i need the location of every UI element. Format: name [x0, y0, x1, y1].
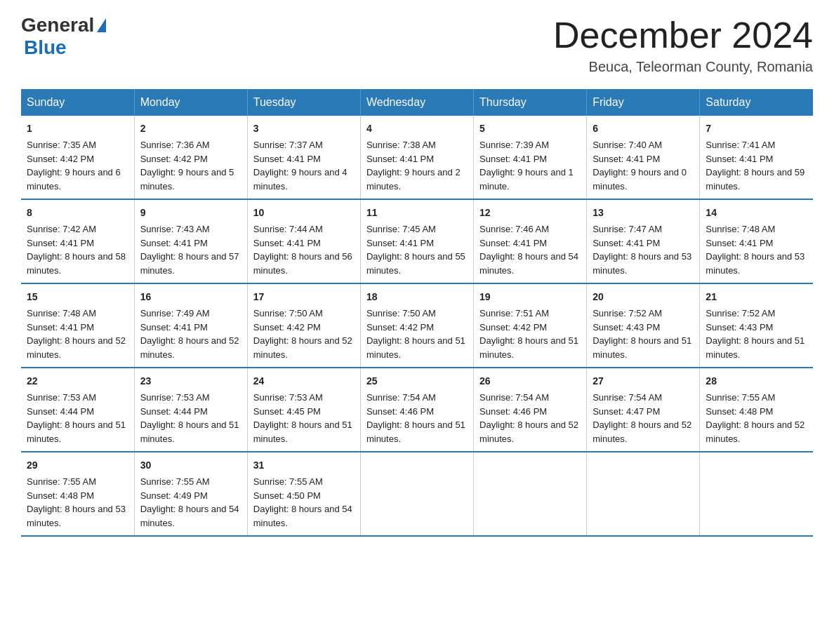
- day-info: Sunrise: 7:54 AMSunset: 4:46 PMDaylight:…: [479, 392, 578, 444]
- table-row: 29 Sunrise: 7:55 AMSunset: 4:48 PMDaylig…: [21, 452, 134, 536]
- day-info: Sunrise: 7:55 AMSunset: 4:48 PMDaylight:…: [27, 476, 126, 528]
- day-info: Sunrise: 7:46 AMSunset: 4:41 PMDaylight:…: [479, 224, 578, 276]
- day-number: 27: [593, 374, 694, 389]
- day-number: 16: [140, 290, 241, 304]
- day-number: 21: [706, 290, 807, 304]
- logo-blue-text: Blue: [24, 36, 67, 58]
- day-info: Sunrise: 7:50 AMSunset: 4:42 PMDaylight:…: [253, 308, 352, 360]
- title-block: December 2024 Beuca, Teleorman County, R…: [553, 14, 813, 75]
- day-number: 12: [479, 206, 581, 220]
- table-row: 10 Sunrise: 7:44 AMSunset: 4:41 PMDaylig…: [247, 199, 360, 283]
- header-friday: Friday: [587, 89, 700, 116]
- day-number: 28: [706, 374, 807, 389]
- table-row: 15 Sunrise: 7:48 AMSunset: 4:41 PMDaylig…: [21, 283, 134, 368]
- calendar-week-row: 8 Sunrise: 7:42 AMSunset: 4:41 PMDayligh…: [21, 199, 813, 283]
- table-row: 8 Sunrise: 7:42 AMSunset: 4:41 PMDayligh…: [21, 199, 134, 283]
- table-row: 31 Sunrise: 7:55 AMSunset: 4:50 PMDaylig…: [247, 452, 360, 536]
- table-row: 14 Sunrise: 7:48 AMSunset: 4:41 PMDaylig…: [700, 199, 813, 283]
- day-info: Sunrise: 7:47 AMSunset: 4:41 PMDaylight:…: [593, 224, 691, 276]
- day-info: Sunrise: 7:40 AMSunset: 4:41 PMDaylight:…: [593, 140, 687, 192]
- day-info: Sunrise: 7:41 AMSunset: 4:41 PMDaylight:…: [706, 140, 805, 192]
- month-title: December 2024: [553, 14, 813, 56]
- day-info: Sunrise: 7:54 AMSunset: 4:46 PMDaylight:…: [366, 392, 465, 444]
- table-row: 6 Sunrise: 7:40 AMSunset: 4:41 PMDayligh…: [587, 116, 700, 199]
- day-info: Sunrise: 7:48 AMSunset: 4:41 PMDaylight:…: [27, 308, 126, 360]
- logo-general-text: General: [21, 14, 94, 36]
- day-number: 7: [706, 121, 807, 136]
- table-row: 11 Sunrise: 7:45 AMSunset: 4:41 PMDaylig…: [360, 199, 473, 283]
- day-info: Sunrise: 7:43 AMSunset: 4:41 PMDaylight:…: [140, 224, 239, 276]
- header-sunday: Sunday: [21, 89, 134, 116]
- day-number: 1: [27, 121, 128, 136]
- table-row: 25 Sunrise: 7:54 AMSunset: 4:46 PMDaylig…: [360, 368, 473, 452]
- day-number: 2: [140, 121, 241, 136]
- table-row: 16 Sunrise: 7:49 AMSunset: 4:41 PMDaylig…: [134, 283, 247, 368]
- day-info: Sunrise: 7:37 AMSunset: 4:41 PMDaylight:…: [253, 140, 348, 192]
- table-row: [474, 452, 587, 536]
- day-info: Sunrise: 7:42 AMSunset: 4:41 PMDaylight:…: [27, 224, 126, 276]
- table-row: 19 Sunrise: 7:51 AMSunset: 4:42 PMDaylig…: [474, 283, 587, 368]
- day-number: 8: [27, 206, 128, 220]
- day-info: Sunrise: 7:39 AMSunset: 4:41 PMDaylight:…: [479, 140, 574, 192]
- day-number: 23: [140, 374, 241, 389]
- table-row: 2 Sunrise: 7:36 AMSunset: 4:42 PMDayligh…: [134, 116, 247, 199]
- logo-triangle-icon: [97, 18, 106, 32]
- day-number: 19: [479, 290, 581, 304]
- day-number: 18: [366, 290, 468, 304]
- day-info: Sunrise: 7:45 AMSunset: 4:41 PMDaylight:…: [366, 224, 465, 276]
- day-info: Sunrise: 7:35 AMSunset: 4:42 PMDaylight:…: [27, 140, 121, 192]
- day-number: 26: [479, 374, 581, 389]
- header-row: Sunday Monday Tuesday Wednesday Thursday…: [21, 89, 813, 116]
- table-row: 13 Sunrise: 7:47 AMSunset: 4:41 PMDaylig…: [587, 199, 700, 283]
- calendar-week-row: 15 Sunrise: 7:48 AMSunset: 4:41 PMDaylig…: [21, 283, 813, 368]
- day-info: Sunrise: 7:48 AMSunset: 4:41 PMDaylight:…: [706, 224, 805, 276]
- header-saturday: Saturday: [700, 89, 813, 116]
- table-row: [587, 452, 700, 536]
- logo: General Blue: [21, 14, 107, 59]
- day-number: 15: [27, 290, 128, 304]
- day-number: 31: [253, 458, 355, 473]
- table-row: 1 Sunrise: 7:35 AMSunset: 4:42 PMDayligh…: [21, 116, 134, 199]
- calendar-week-row: 22 Sunrise: 7:53 AMSunset: 4:44 PMDaylig…: [21, 368, 813, 452]
- location-title: Beuca, Teleorman County, Romania: [553, 59, 813, 75]
- day-info: Sunrise: 7:52 AMSunset: 4:43 PMDaylight:…: [706, 308, 805, 360]
- table-row: 30 Sunrise: 7:55 AMSunset: 4:49 PMDaylig…: [134, 452, 247, 536]
- table-row: 22 Sunrise: 7:53 AMSunset: 4:44 PMDaylig…: [21, 368, 134, 452]
- day-number: 25: [366, 374, 468, 389]
- day-info: Sunrise: 7:55 AMSunset: 4:48 PMDaylight:…: [706, 392, 805, 444]
- day-number: 10: [253, 206, 355, 220]
- day-number: 6: [593, 121, 694, 136]
- table-row: 3 Sunrise: 7:37 AMSunset: 4:41 PMDayligh…: [247, 116, 360, 199]
- day-info: Sunrise: 7:36 AMSunset: 4:42 PMDaylight:…: [140, 140, 234, 192]
- day-number: 22: [27, 374, 128, 389]
- day-info: Sunrise: 7:51 AMSunset: 4:42 PMDaylight:…: [479, 308, 578, 360]
- table-row: 4 Sunrise: 7:38 AMSunset: 4:41 PMDayligh…: [360, 116, 473, 199]
- table-row: 20 Sunrise: 7:52 AMSunset: 4:43 PMDaylig…: [587, 283, 700, 368]
- table-row: 24 Sunrise: 7:53 AMSunset: 4:45 PMDaylig…: [247, 368, 360, 452]
- table-row: 17 Sunrise: 7:50 AMSunset: 4:42 PMDaylig…: [247, 283, 360, 368]
- day-info: Sunrise: 7:53 AMSunset: 4:44 PMDaylight:…: [27, 392, 126, 444]
- header-tuesday: Tuesday: [247, 89, 360, 116]
- table-row: 7 Sunrise: 7:41 AMSunset: 4:41 PMDayligh…: [700, 116, 813, 199]
- day-number: 3: [253, 121, 355, 136]
- header-thursday: Thursday: [474, 89, 587, 116]
- day-info: Sunrise: 7:55 AMSunset: 4:49 PMDaylight:…: [140, 476, 239, 528]
- day-info: Sunrise: 7:53 AMSunset: 4:44 PMDaylight:…: [140, 392, 239, 444]
- day-number: 11: [366, 206, 468, 220]
- header-wednesday: Wednesday: [360, 89, 473, 116]
- day-number: 4: [366, 121, 468, 136]
- day-number: 29: [27, 458, 128, 473]
- calendar-week-row: 29 Sunrise: 7:55 AMSunset: 4:48 PMDaylig…: [21, 452, 813, 536]
- day-info: Sunrise: 7:52 AMSunset: 4:43 PMDaylight:…: [593, 308, 691, 360]
- day-info: Sunrise: 7:55 AMSunset: 4:50 PMDaylight:…: [253, 476, 352, 528]
- day-info: Sunrise: 7:38 AMSunset: 4:41 PMDaylight:…: [366, 140, 461, 192]
- calendar-body: 1 Sunrise: 7:35 AMSunset: 4:42 PMDayligh…: [21, 116, 813, 536]
- page-header: General Blue December 2024 Beuca, Teleor…: [21, 14, 813, 75]
- table-row: 9 Sunrise: 7:43 AMSunset: 4:41 PMDayligh…: [134, 199, 247, 283]
- table-row: 21 Sunrise: 7:52 AMSunset: 4:43 PMDaylig…: [700, 283, 813, 368]
- table-row: 18 Sunrise: 7:50 AMSunset: 4:42 PMDaylig…: [360, 283, 473, 368]
- table-row: 12 Sunrise: 7:46 AMSunset: 4:41 PMDaylig…: [474, 199, 587, 283]
- calendar-header: Sunday Monday Tuesday Wednesday Thursday…: [21, 89, 813, 116]
- day-number: 24: [253, 374, 355, 389]
- day-info: Sunrise: 7:53 AMSunset: 4:45 PMDaylight:…: [253, 392, 352, 444]
